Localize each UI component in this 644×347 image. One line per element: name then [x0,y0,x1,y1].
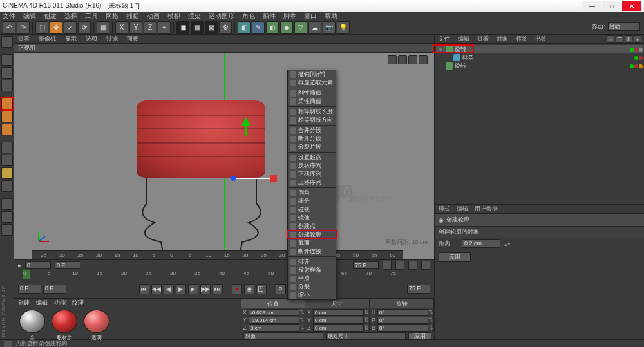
menu-item[interactable]: 动画 [147,12,160,21]
x-axis-gizmo-icon[interactable] [231,175,277,182]
attr-distance-input[interactable]: 0.2 cm [462,239,500,248]
context-menu-item[interactable]: 创建点 [288,222,336,230]
light-button[interactable]: 💡 [337,21,350,34]
menu-item[interactable]: 网格 [106,12,118,21]
view-menu-item[interactable]: 选项 [86,35,97,43]
sel-filter-button[interactable] [1,224,13,236]
tl-start-input[interactable]: 0 F [18,285,41,294]
context-menu-item[interactable]: 创建轮廓 [288,230,336,239]
edge-mode-button[interactable] [1,111,13,122]
coord-value-input[interactable]: -19.014 cm [249,317,299,324]
coord-value-input[interactable]: 0 cm [249,324,299,332]
attr-tab[interactable]: 模式 [439,205,450,213]
axis-mode-button[interactable] [1,142,13,153]
coord-tab[interactable]: 旋转 [370,299,434,308]
material-slot[interactable]: 透明 [82,310,111,341]
menu-item[interactable]: 渲染 [188,12,201,21]
coord-value-input[interactable]: 0° [377,309,428,316]
spinner-icon[interactable]: ⇅ [428,309,433,315]
menu-item[interactable]: 脚本 [283,12,296,21]
menu-item[interactable]: 工具 [85,12,98,21]
vp-nav4-icon[interactable] [421,261,430,270]
viewport-tab[interactable]: 正视图 [18,44,35,52]
spinner-icon[interactable]: ⇅ [428,324,433,331]
om-tab[interactable]: 查看 [477,35,489,43]
vp-nav2-icon[interactable] [395,261,404,270]
view-menu-item[interactable]: 查看 [18,35,30,43]
context-menu-item[interactable]: 相等切线方向 [288,116,336,124]
object-row[interactable]: 旋转 [436,62,643,70]
vp-frameend-input[interactable]: 75 F [353,261,379,269]
context-menu-item[interactable]: 上移序列 [288,178,336,187]
snap-enable-button[interactable] [1,167,13,179]
planar-workplane-button[interactable] [1,211,13,223]
spinner-icon[interactable]: ⇅ [299,309,305,315]
live-select-button[interactable]: ⬚ [35,21,48,34]
menu-item[interactable]: 编辑 [23,12,36,21]
object-name[interactable]: 旋转 [455,62,628,70]
om-search-icon[interactable]: ⌕ [607,35,614,43]
material-tab[interactable]: 纹理 [72,299,84,307]
context-menu-item[interactable]: 撤销(动作) [288,70,336,79]
camera-button[interactable]: 📷 [323,21,336,34]
render-settings-button[interactable]: ⚙ [219,21,232,34]
window-minimize-button[interactable]: — [582,1,601,11]
environment-button[interactable]: ☁ [308,21,321,34]
menu-item[interactable]: 角色 [242,12,255,21]
context-menu-item[interactable]: 反转序列 [288,162,336,170]
context-menu-item[interactable]: 排齐 [288,258,336,266]
locked-workplane-button[interactable] [1,198,13,210]
coord-value-input[interactable]: -0.028 cm [249,309,299,316]
tl-record-button[interactable]: ● [232,284,242,294]
context-menu-item[interactable]: 合并分段 [288,126,336,135]
polygon-mode-button[interactable] [1,124,13,135]
coord-system-button[interactable]: ⌖ [158,21,171,34]
menu-item[interactable]: 运动图形 [209,12,234,21]
attr-tab[interactable]: 用户数据 [475,205,498,213]
tl-gotoend-button[interactable]: ⏭ [213,284,223,294]
render-pv-button[interactable]: ▩ [205,21,218,34]
tl-prevkey-button[interactable]: ◀◀ [151,284,162,294]
view-menu-item[interactable]: 摄像机 [39,35,56,43]
model-mode-button[interactable] [1,54,13,66]
generator-button[interactable]: ◆ [280,21,293,34]
context-menu-item[interactable]: 细分 [288,197,336,205]
render-view-button[interactable]: ▣ [176,21,189,34]
om-menu-icon[interactable]: ▾ [634,35,641,43]
cube-primitive-button[interactable]: ◧ [238,21,251,34]
context-menu-item[interactable]: 分裂 [288,283,336,291]
coord-tab[interactable]: 位置 [241,299,305,308]
material-tab[interactable]: 编辑 [36,299,48,307]
menu-item[interactable]: 插件 [263,12,276,21]
view-menu-item[interactable]: 面板 [127,35,138,43]
object-manager[interactable]: ▾旋转样条旋转 [435,44,644,205]
menu-item[interactable]: 创建 [44,12,57,21]
context-menu-item[interactable]: 断开连接 [288,247,336,256]
scale-tool-button[interactable]: ⤢ [64,21,77,34]
menu-item[interactable]: 捕捉 [126,12,139,21]
point-mode-button[interactable] [1,98,13,109]
tl-pos-button[interactable]: P [276,284,286,294]
redo-button[interactable]: ↷ [17,21,30,34]
vp-nav-icon[interactable] [383,261,392,270]
nurbs-button[interactable]: ◐ [266,21,279,34]
context-menu-item[interactable]: 断开分段 [288,135,336,143]
coord-value-input[interactable]: 0 cm [313,324,364,332]
coord-value-input[interactable]: 0 cm [313,309,364,316]
context-menu-item[interactable]: 设置起点 [288,153,336,162]
om-tab[interactable]: 对象 [497,35,508,43]
window-maximize-button[interactable]: □ [602,1,621,11]
context-menu-item[interactable]: 截面 [288,239,336,247]
spinner-icon[interactable]: ⇅ [364,317,369,323]
coord-value-input[interactable]: 0 cm [313,317,364,324]
spinner-icon[interactable]: ⇅ [299,317,305,323]
object-visibility-dots[interactable] [630,64,643,68]
menu-item[interactable]: 窗口 [304,12,317,21]
coord-value-input[interactable]: 0° [377,317,428,324]
vp-nav3-icon[interactable] [408,55,417,64]
tl-autokey-button[interactable]: ◉ [244,284,254,294]
vp-nav2-icon[interactable] [398,55,407,64]
menu-item[interactable]: 选择 [64,12,77,21]
context-menu-item[interactable]: 投射样条 [288,266,336,274]
material-tab[interactable]: 创建 [18,299,30,307]
